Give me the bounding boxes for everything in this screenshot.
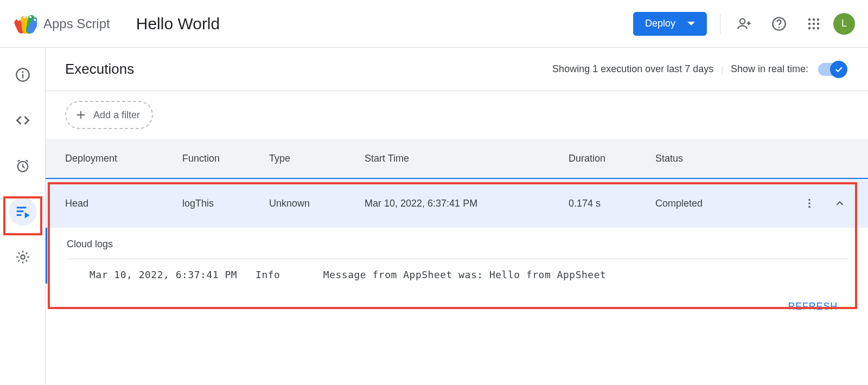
help-button[interactable] xyxy=(768,13,790,35)
info-icon xyxy=(15,67,30,82)
cell-start-time: Mar 10, 2022, 6:37:41 PM xyxy=(365,198,569,209)
executions-icon xyxy=(15,203,31,220)
svg-point-18 xyxy=(817,27,819,29)
row-collapse-button[interactable] xyxy=(831,195,848,212)
left-rail xyxy=(0,48,46,385)
account-avatar[interactable]: L xyxy=(833,13,855,35)
col-header-start-time: Start Time xyxy=(365,153,569,164)
svg-point-12 xyxy=(817,18,819,20)
svg-point-16 xyxy=(808,27,810,29)
executions-summary: Showing 1 execution over last 7 days xyxy=(552,63,713,75)
code-icon xyxy=(15,113,30,128)
top-header: Apps Script Hello World Deploy xyxy=(0,0,868,48)
chevron-up-icon xyxy=(834,197,846,209)
realtime-toggle[interactable] xyxy=(818,63,846,76)
help-icon xyxy=(771,16,787,31)
header-icons xyxy=(733,13,825,35)
svg-rect-24 xyxy=(16,210,23,212)
gear-icon xyxy=(15,249,30,265)
add-filter-chip[interactable]: Add a filter xyxy=(65,101,153,129)
cloud-logs-panel: Cloud logs Mar 10, 2022, 6:37:41 PM Info… xyxy=(46,228,868,284)
main-content: Executions Showing 1 execution over last… xyxy=(46,48,868,385)
svg-point-27 xyxy=(808,199,810,201)
execution-row[interactable]: Head logThis Unknown Mar 10, 2022, 6:37:… xyxy=(46,178,868,228)
col-header-deployment: Deployment xyxy=(65,153,182,164)
summary-divider: | xyxy=(721,65,723,74)
add-filter-label: Add a filter xyxy=(93,110,140,121)
svg-point-17 xyxy=(813,27,815,29)
cell-type: Unknown xyxy=(269,198,365,209)
svg-rect-23 xyxy=(16,207,26,208)
cell-status: Completed xyxy=(655,198,775,209)
chevron-down-icon xyxy=(687,22,695,25)
share-button[interactable] xyxy=(733,13,755,35)
svg-point-10 xyxy=(808,18,810,20)
svg-rect-25 xyxy=(16,214,21,216)
svg-point-5 xyxy=(23,16,25,18)
svg-point-20 xyxy=(22,71,23,73)
product-name: Apps Script xyxy=(43,16,110,31)
logo-block: Apps Script xyxy=(13,12,110,36)
rail-editor[interactable] xyxy=(9,106,37,134)
svg-point-6 xyxy=(29,16,31,18)
executions-table-header: Deployment Function Type Start Time Dura… xyxy=(46,139,868,178)
logs-divider xyxy=(67,259,848,259)
project-title[interactable]: Hello World xyxy=(136,15,220,33)
svg-point-7 xyxy=(34,18,36,21)
svg-point-14 xyxy=(813,22,815,24)
svg-rect-21 xyxy=(22,74,23,78)
person-add-icon xyxy=(737,16,752,31)
toggle-knob xyxy=(830,61,847,78)
cloud-logs-title: Cloud logs xyxy=(67,239,848,250)
svg-point-13 xyxy=(808,22,810,24)
log-entry: Mar 10, 2022, 6:37:41 PM Info Message fr… xyxy=(67,266,848,284)
col-header-function: Function xyxy=(182,153,269,164)
page-title: Executions xyxy=(65,61,134,78)
rail-executions[interactable] xyxy=(9,197,37,226)
rail-settings[interactable] xyxy=(9,243,37,271)
cell-function: logThis xyxy=(182,198,269,209)
deploy-button[interactable]: Deploy xyxy=(633,12,707,36)
realtime-label: Show in real time: xyxy=(731,63,808,75)
svg-point-11 xyxy=(813,18,815,20)
plus-icon xyxy=(75,109,87,121)
apps-button[interactable] xyxy=(803,13,825,35)
svg-point-26 xyxy=(21,255,24,259)
row-menu-button[interactable] xyxy=(801,195,818,212)
clock-alarm-icon xyxy=(15,158,30,174)
rail-overview[interactable] xyxy=(9,61,37,89)
svg-point-28 xyxy=(808,202,810,204)
apps-script-logo-icon xyxy=(13,12,37,36)
svg-point-29 xyxy=(808,206,810,208)
rail-triggers[interactable] xyxy=(9,152,37,180)
header-divider xyxy=(720,14,720,34)
col-header-duration: Duration xyxy=(569,153,655,164)
filter-row: Add a filter xyxy=(46,91,868,139)
apps-grid-icon xyxy=(807,17,820,30)
svg-point-9 xyxy=(778,27,780,28)
deploy-label: Deploy xyxy=(645,18,675,29)
col-header-type: Type xyxy=(269,153,365,164)
check-icon xyxy=(834,65,844,74)
cell-deployment: Head xyxy=(65,198,182,209)
refresh-button[interactable]: REFRESH xyxy=(788,301,838,312)
svg-point-15 xyxy=(817,22,819,24)
kebab-icon xyxy=(803,197,815,209)
col-header-status: Status xyxy=(655,153,775,164)
svg-point-4 xyxy=(17,18,20,21)
executions-header-row: Executions Showing 1 execution over last… xyxy=(46,48,868,91)
cell-duration: 0.174 s xyxy=(569,198,655,209)
refresh-row: REFRESH xyxy=(46,284,868,312)
